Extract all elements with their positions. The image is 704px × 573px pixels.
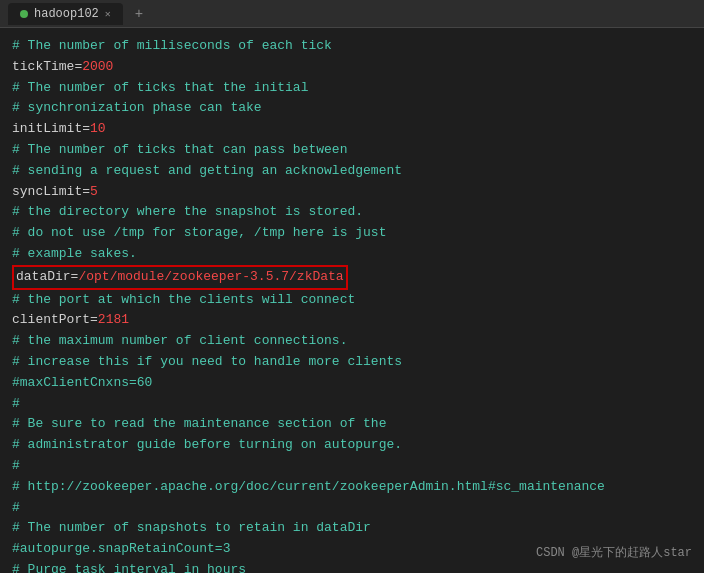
watermark: CSDN @星光下的赶路人star: [536, 544, 692, 561]
tab-close-button[interactable]: ✕: [105, 8, 111, 20]
code-line: dataDir=/opt/module/zookeeper-3.5.7/zkDa…: [12, 265, 692, 290]
code-line: # The number of ticks that can pass betw…: [12, 140, 692, 161]
code-line: #: [12, 456, 692, 477]
code-line: clientPort=2181: [12, 310, 692, 331]
code-line: # Be sure to read the maintenance sectio…: [12, 414, 692, 435]
code-line: #: [12, 498, 692, 519]
tab[interactable]: hadoop102 ✕: [8, 3, 123, 25]
code-line: # do not use /tmp for storage, /tmp here…: [12, 223, 692, 244]
code-line: syncLimit=5: [12, 182, 692, 203]
title-bar: hadoop102 ✕ +: [0, 0, 704, 28]
tab-label: hadoop102: [34, 7, 99, 21]
tab-status-dot: [20, 10, 28, 18]
code-line: # The number of ticks that the initial: [12, 78, 692, 99]
code-line: #: [12, 394, 692, 415]
code-line: # sending a request and getting an ackno…: [12, 161, 692, 182]
code-line: tickTime=2000: [12, 57, 692, 78]
code-line: # http://zookeeper.apache.org/doc/curren…: [12, 477, 692, 498]
code-line: # increase this if you need to handle mo…: [12, 352, 692, 373]
code-line: # Purge task interval in hours: [12, 560, 692, 573]
editor-area: # The number of milliseconds of each tic…: [0, 28, 704, 573]
code-line: # the directory where the snapshot is st…: [12, 202, 692, 223]
code-line: # The number of milliseconds of each tic…: [12, 36, 692, 57]
code-line: initLimit=10: [12, 119, 692, 140]
new-tab-button[interactable]: +: [131, 6, 147, 22]
code-line: # the port at which the clients will con…: [12, 290, 692, 311]
code-line: # synchronization phase can take: [12, 98, 692, 119]
code-line: # The number of snapshots to retain in d…: [12, 518, 692, 539]
code-line: # administrator guide before turning on …: [12, 435, 692, 456]
code-line: # example sakes.: [12, 244, 692, 265]
code-line: #maxClientCnxns=60: [12, 373, 692, 394]
code-line: # the maximum number of client connectio…: [12, 331, 692, 352]
